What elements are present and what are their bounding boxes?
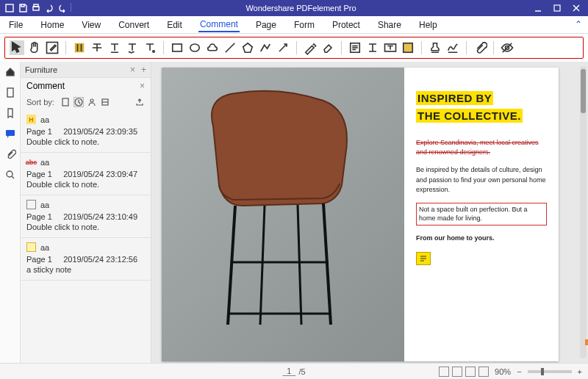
menu-page[interactable]: Page [254,18,278,32]
note-tool-icon[interactable] [348,40,362,55]
pencil-tool-icon[interactable] [303,40,318,55]
rectangle-tool-icon[interactable] [170,40,184,55]
comment-toolbar [4,37,584,59]
menu-help[interactable]: Help [417,18,439,32]
sort-page-icon[interactable] [60,97,71,107]
svg-point-11 [190,44,200,51]
menu-form[interactable]: Form [293,18,316,32]
vertical-scrollbar[interactable] [580,66,587,358]
svg-point-9 [153,51,155,53]
side-panel: Furniture × + Comment × Sort by: Haa Pag… [21,62,151,363]
scrollbar-thumb[interactable] [581,69,586,113]
svg-line-14 [279,44,287,51]
svg-line-34 [260,206,265,325]
page-navigator[interactable]: 1 /5 [282,367,305,376]
menu-comment[interactable]: Comment [198,18,240,32]
highlight-annotation-icon: H [26,115,36,124]
comment-item[interactable]: aa Page 1 2019/05/24 23:10:49 Double cli… [21,195,151,238]
export-comments-icon[interactable] [135,97,145,107]
print-icon[interactable] [31,3,41,13]
typewriter-tool-icon[interactable] [365,40,380,55]
close-tab-icon[interactable]: × [130,65,135,75]
connected-lines-icon[interactable] [258,40,273,55]
strikeout-text: Explore Scandinavia, meet local creative… [416,138,547,156]
comment-meta: Page 1 2019/05/24 23:12:56 [26,255,145,264]
comment-item[interactable]: abcaa Page 1 2019/05/24 23:09:47 Double … [21,153,151,195]
highlight-tool-icon[interactable] [72,40,87,55]
page-text-area: INSPIRED BY THE COLLECTIVE. Explore Scan… [404,68,559,361]
sort-type-icon[interactable] [100,97,110,107]
zoom-in-icon[interactable]: + [578,367,582,376]
menu-edit[interactable]: Edit [165,18,184,32]
svg-rect-23 [7,88,13,97]
sticky-note-icon[interactable] [416,252,431,265]
comments-panel-icon[interactable] [4,128,16,140]
menu-share[interactable]: Share [376,18,403,32]
signature-tool-icon[interactable] [445,40,460,55]
page-current[interactable]: 1 [282,367,295,376]
add-tab-icon[interactable]: + [141,65,146,75]
cloud-tool-icon[interactable] [205,40,220,55]
view-facing-icon[interactable] [465,367,476,377]
minimize-button[interactable] [534,4,542,12]
sort-bar: Sort by: [21,94,151,110]
svg-rect-8 [75,43,85,53]
sort-author-icon[interactable] [87,97,97,107]
comment-item[interactable]: Haa Page 1 2019/05/24 23:09:35 Double cl… [21,110,151,153]
underline-tool-icon[interactable] [107,40,122,55]
strikethrough-tool-icon[interactable] [90,40,104,55]
select-tool-icon[interactable] [10,40,24,55]
search-panel-icon[interactable] [4,169,16,181]
hide-annotations-icon[interactable] [500,40,514,55]
comment-meta: Page 1 2019/05/24 23:10:49 [26,212,145,221]
home-icon[interactable] [4,66,16,78]
hand-tool-icon[interactable] [27,40,42,55]
zoom-slider[interactable] [528,370,572,373]
attachment-tool-icon[interactable] [473,40,487,55]
svg-rect-20 [404,43,413,53]
document-view[interactable]: INSPIRED BY THE COLLECTIVE. Explore Scan… [151,62,588,363]
sort-time-icon[interactable] [74,97,84,107]
svg-rect-27 [62,98,68,106]
bookmarks-icon[interactable] [4,107,16,119]
menu-convert[interactable]: Convert [117,18,151,32]
svg-line-32 [228,206,235,325]
area-highlight-icon[interactable] [401,40,415,55]
textbox-tool-icon[interactable] [383,40,398,55]
view-single-icon[interactable] [439,367,449,377]
horizontal-scrollbar-thumb[interactable] [585,339,588,345]
edit-annotation-icon[interactable] [45,40,60,55]
arrow-tool-icon[interactable] [276,40,290,55]
comment-meta: Page 1 2019/05/24 23:09:47 [26,170,145,178]
squiggly-tool-icon[interactable] [125,40,140,55]
attachments-panel-icon[interactable] [4,148,16,160]
line-tool-icon[interactable] [223,40,237,55]
menu-view[interactable]: View [80,18,102,32]
view-facing-continuous-icon[interactable] [478,367,489,377]
zoom-level[interactable]: 90% [495,367,511,376]
polygon-tool-icon[interactable] [240,40,255,55]
close-button[interactable] [572,4,581,12]
menu-protect[interactable]: Protect [331,18,362,32]
oval-tool-icon[interactable] [187,40,202,55]
stamp-tool-icon[interactable] [428,40,442,55]
menu-home[interactable]: Home [39,18,65,32]
view-continuous-icon[interactable] [452,367,462,377]
panel-close-icon[interactable]: × [140,81,145,91]
svg-line-33 [323,203,331,325]
redo-icon[interactable] [57,3,68,13]
zoom-out-icon[interactable]: − [517,367,521,376]
collapse-ribbon-icon[interactable]: ⌃ [575,19,582,29]
menu-file[interactable]: File [7,18,24,32]
svg-rect-4 [554,5,560,11]
document-tab[interactable]: Furniture [25,65,124,74]
comment-item[interactable]: aa Page 1 2019/05/24 23:12:56 a sticky n… [21,238,151,281]
caret-tool-icon[interactable] [143,40,157,55]
undo-icon[interactable] [44,3,54,13]
thumbnails-icon[interactable] [4,87,16,98]
eraser-tool-icon[interactable] [320,40,335,55]
comment-meta: Page 1 2019/05/24 23:09:35 [26,127,145,136]
maximize-button[interactable] [553,4,562,12]
save-icon[interactable] [18,3,28,13]
svg-marker-13 [243,43,253,53]
